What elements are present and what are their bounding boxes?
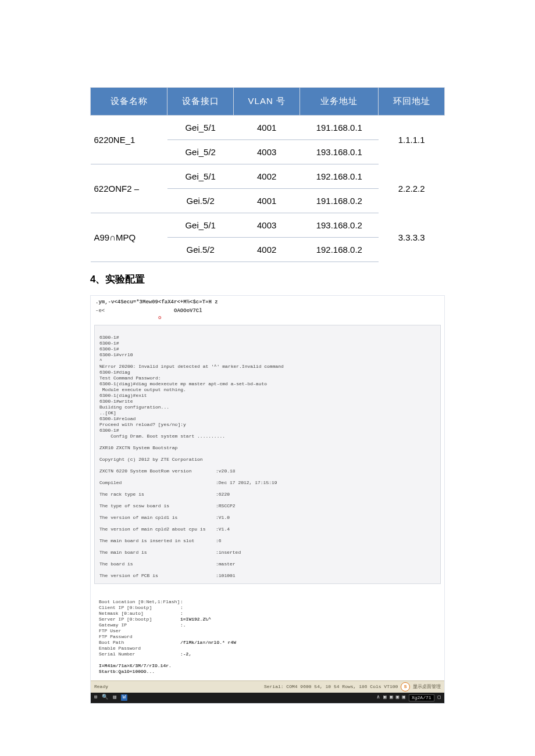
terminal-output: 6300-1# 6300-1# 6300-1# 6300-1#vrrl0 ^ %…: [94, 325, 441, 584]
search-icon[interactable]: 🔍: [102, 694, 108, 701]
cell-biz: 193.168.0.2: [300, 213, 379, 238]
term-row: Copyright (c) 2012 by ZTE Corporation: [99, 457, 436, 463]
term-row: Compiled:Dec 17 2012, 17:15:19: [99, 480, 436, 486]
cell-biz: 192.168.0.1: [300, 164, 379, 189]
table-row: A99∩MPQGei_5/14003193.168.0.23.3.3.3: [91, 213, 445, 238]
table-header-row: 设备名称 设备接口 VLAN 号 业务地址 环回地址: [91, 88, 445, 116]
term-row: The main board is:inserted: [99, 550, 436, 556]
tray-icons: ▣ ▣ ▣ ▣: [383, 694, 405, 701]
cell-vlan: 4002: [234, 164, 300, 189]
term-row: The version of main cpld2 about cpu is:V…: [99, 526, 436, 532]
cell-loopback: 1.1.1.1: [379, 116, 445, 164]
status-serial: Serial: COM4 9600 54, 10 54 Rows, 186 Co…: [264, 684, 398, 689]
table-row: 6220NE_1Gei_5/14001191.168.0.11.1.1.1: [91, 116, 445, 140]
table-row: 622ONF2 –Gei_5/14002192.168.0.12.2.2.2: [91, 164, 445, 189]
term-row: The type of scsw board is:RSCCP2: [99, 503, 436, 509]
cell-biz: 191.168.0.1: [300, 116, 379, 140]
cell-ifc: Gei_5/1: [167, 164, 234, 189]
cell-ifc: Gei.5/2: [167, 189, 234, 213]
col-loop: 环回地址: [379, 88, 445, 116]
boot-row: Client IP [0:bootp]:: [99, 605, 183, 610]
ime-tag: Xg2A/71: [409, 694, 434, 701]
term-row: The rack type is:6220: [99, 492, 436, 497]
term-row: ZXR10 ZXCTN System Bootstrap: [99, 445, 436, 451]
col-device: 设备名称: [91, 88, 167, 116]
boot-row: FTP Password: [99, 634, 180, 639]
shot-title-garbled: .ym,-v<4Secu=*3Mew09<faX4r<+M½<$c»T»H z: [91, 296, 444, 306]
boot-final-bold: I=M41m/71a>X/3M/7/rIO.14r. Startb:QalO«1…: [99, 663, 172, 674]
boot-row: Enable Password: [99, 646, 180, 651]
col-vlan: VLAN 号: [234, 88, 300, 116]
cell-vlan: 4001: [234, 116, 300, 140]
taskview-icon[interactable]: ▤: [113, 694, 116, 701]
word-icon[interactable]: W: [121, 694, 127, 701]
terminal-text-block: 6300-1# 6300-1# 6300-1# 6300-1#vrrl0 ^ %…: [99, 335, 284, 439]
windows-taskbar: ⊞ 🔍 ▤ W ∧ ▣ ▣ ▣ ▣ Xg2A/71 ▢: [91, 693, 444, 703]
sogou-icon: S: [401, 682, 410, 691]
shot-sub-right: OAOOoV7Cl: [174, 308, 202, 314]
cell-device: 6220NE_1: [91, 116, 167, 164]
cell-vlan: 4003: [234, 140, 300, 164]
term-row: ZXCTN 6220 System BootRom version:v20.18: [99, 468, 436, 474]
boot-params: Boot Location [0:Net,1:Flash]: Client IP…: [94, 598, 441, 680]
red-dot-icon: o: [95, 315, 161, 321]
term-row: The version of main cpld1 is:V1.0: [99, 515, 436, 521]
cell-vlan: 4001: [234, 189, 300, 213]
cell-biz: 191.168.0.2: [300, 189, 379, 213]
notification-icon[interactable]: ▢: [438, 694, 441, 701]
term-row: The version of PCB is:101001: [99, 573, 436, 579]
boot-row: Netmask [0:auto]:: [99, 611, 183, 616]
shot-subheader: -e< OAOOoV7Cl o: [91, 306, 444, 323]
boot-row: Serial Number:-2,: [99, 651, 191, 657]
terminal-screenshot: .ym,-v<4Secu=*3Mew09<faX4r<+M½<$c»T»H z …: [90, 295, 445, 704]
cell-loopback: 3.3.3.3: [379, 213, 445, 262]
boot-row: Gateway IP:.: [99, 622, 186, 628]
term-row: The board is:master: [99, 561, 436, 567]
term-row: The main board is inserted in slot:6: [99, 538, 436, 544]
status-bar: Ready Serial: COM4 9600 54, 10 54 Rows, …: [91, 680, 444, 693]
boot-row: FTP User: [99, 628, 180, 633]
boot-row: Boot Path/flMk/1a=/nrlO.* r4W: [99, 640, 236, 645]
cell-ifc: Gei.5/2: [167, 238, 234, 262]
tray-up-icon[interactable]: ∧: [377, 694, 380, 701]
cell-device: 622ONF2 –: [91, 164, 167, 213]
cell-ifc: Gei_5/1: [167, 213, 234, 238]
cell-ifc: Gei_5/1: [167, 116, 234, 140]
cell-vlan: 4003: [234, 213, 300, 238]
status-ready: Ready: [94, 684, 108, 690]
shot-sub-left: -e<: [95, 308, 105, 314]
device-table: 设备名称 设备接口 VLAN 号 业务地址 环回地址 6220NE_1Gei_5…: [90, 87, 445, 262]
cell-vlan: 4002: [234, 238, 300, 262]
start-icon[interactable]: ⊞: [94, 694, 97, 701]
cell-biz: 193.168.0.1: [300, 140, 379, 164]
cell-loopback: 2.2.2.2: [379, 164, 445, 213]
status-cn: 显示桌面管理: [413, 684, 441, 689]
col-biz: 业务地址: [300, 88, 379, 116]
cell-biz: 192.168.0.2: [300, 238, 379, 262]
col-ifc: 设备接口: [167, 88, 234, 116]
cell-device: A99∩MPQ: [91, 213, 167, 262]
section-title: 4、实验配置: [90, 273, 445, 286]
boot-row: Boot Location [0:Net,1:Flash]:: [99, 599, 183, 604]
boot-row: Server IP [0:bootp]1=IW192.Z‰^: [99, 617, 211, 622]
cell-ifc: Gei_5/2: [167, 140, 234, 164]
